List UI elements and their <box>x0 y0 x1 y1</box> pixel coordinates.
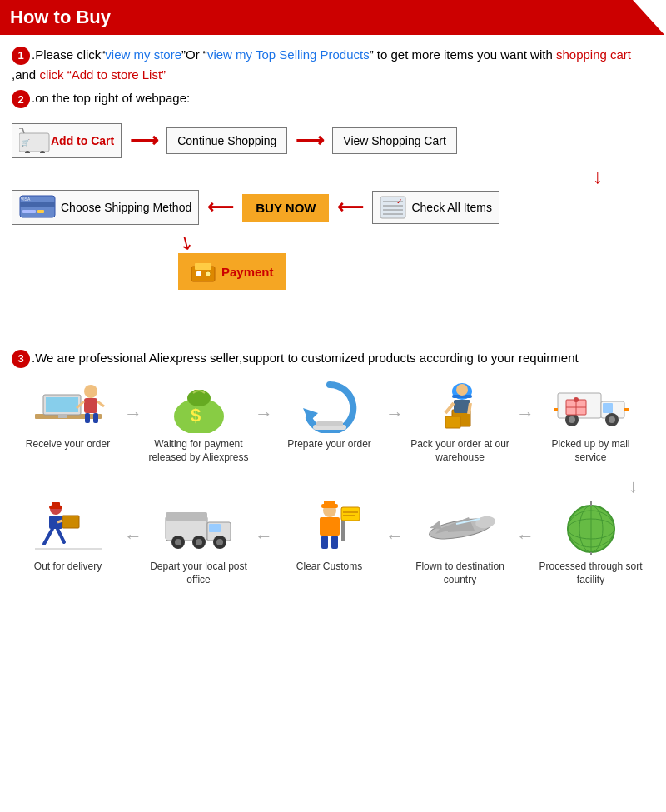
step2-paragraph: 2.on the top right of webpage: <box>12 90 654 108</box>
add-to-cart-box[interactable]: 🛒 Add to Cart <box>12 123 122 158</box>
svg-line-65 <box>57 529 64 542</box>
buy-now-button[interactable]: BUY NOW <box>242 194 329 222</box>
globe-icon <box>558 499 624 555</box>
svg-line-66 <box>57 521 62 522</box>
delivery-step-6: Out for delivery <box>12 499 124 574</box>
continue-shopping-label: Continue Shopping <box>177 134 276 147</box>
credit-card-icon: VISA <box>19 195 56 220</box>
delivery-truck-icon <box>554 376 629 433</box>
svg-line-1 <box>22 128 24 133</box>
check-all-items-box[interactable]: ✓ Check All Items <box>372 191 499 224</box>
delivery-bottom-row: Out for delivery ← <box>12 499 654 586</box>
svg-text:✓: ✓ <box>396 197 403 206</box>
delivery-top-row: Receive your order → $ Waiting for payme… <box>12 376 654 464</box>
svg-line-44 <box>469 403 470 414</box>
page-header: How to Buy <box>0 0 666 35</box>
cart-icon: 🛒 <box>19 128 51 153</box>
svg-rect-8 <box>22 210 36 213</box>
svg-point-50 <box>569 416 575 423</box>
continue-shopping-box[interactable]: Continue Shopping <box>166 127 287 154</box>
money-bag-icon: $ <box>162 376 236 433</box>
diagonal-arrow-icon: ↘ <box>175 231 197 254</box>
delivery-label-2: Waiting for payment released by Aliexpre… <box>142 438 255 464</box>
diagram-row1: 🛒 Add to Cart ⟶ Continue Shopping ⟶ View… <box>12 120 654 162</box>
delivery-step-3: Prepare your order <box>273 376 385 451</box>
check-all-label: Check All Items <box>411 201 491 214</box>
delivery-label-7: Depart your local post office <box>142 560 255 586</box>
delivery-arrow-4: → <box>516 403 534 425</box>
top-selling-link[interactable]: view my Top Selling Products <box>207 47 370 62</box>
delivery-arrow-8: ← <box>516 526 534 547</box>
svg-marker-92 <box>430 521 441 529</box>
svg-rect-7 <box>20 202 55 207</box>
delivery-arrow-1: → <box>124 403 142 425</box>
delivery-arrow-2: → <box>255 403 273 425</box>
flow-diagram: 🛒 Add to Cart ⟶ Continue Shopping ⟶ View… <box>12 120 654 336</box>
svg-rect-37 <box>316 421 343 426</box>
step1-paragraph: 1.Please click“view my store”Or “view my… <box>12 45 654 85</box>
worker-icon <box>427 376 494 433</box>
delivery-label-9: Flown to destination country <box>404 560 516 586</box>
view-shopping-cart-label: View Shopping Cart <box>343 134 445 147</box>
svg-rect-29 <box>85 413 90 423</box>
delivery-label-6: Out for delivery <box>34 560 102 574</box>
step3-paragraph: 3.We are professional Aliexpress seller,… <box>12 348 654 368</box>
arrow-right-1: ⟶ <box>130 129 158 152</box>
choose-shipping-label: Choose Shipping Method <box>61 201 191 214</box>
delivery-step-10: Processed through sort facility <box>534 499 647 586</box>
page-title: How to Buy <box>10 7 111 28</box>
down-arrow-container: ↓ <box>12 167 654 187</box>
delivery-down-arrow: ↓ <box>12 476 654 497</box>
svg-text:🛒: 🛒 <box>22 138 30 147</box>
svg-rect-70 <box>166 512 207 521</box>
svg-rect-26 <box>84 398 97 413</box>
diagram-row3: Payment <box>12 253 654 290</box>
delivery-process: Receive your order → $ Waiting for payme… <box>12 376 654 586</box>
svg-rect-80 <box>324 501 335 506</box>
svg-rect-86 <box>321 536 328 549</box>
delivery-label-3: Prepare your order <box>287 438 371 451</box>
view-shopping-cart-box[interactable]: View Shopping Cart <box>332 127 456 154</box>
delivery-label-1: Receive your order <box>26 438 110 451</box>
delivery-label-4: Pack your order at our warehouse <box>404 438 516 464</box>
diagram-row2: VISA Choose Shipping Method ⟵ BUY NOW ⟵ <box>12 187 654 228</box>
svg-point-77 <box>216 539 223 545</box>
svg-rect-18 <box>195 263 211 270</box>
svg-line-28 <box>97 401 104 406</box>
delivery-step-4: Pack your order at our warehouse <box>404 376 516 464</box>
main-content: 1.Please click“view my store”Or “view my… <box>0 35 666 608</box>
choose-shipping-box[interactable]: VISA Choose Shipping Method <box>12 190 199 225</box>
svg-marker-35 <box>303 408 318 422</box>
add-to-cart-label: Add to Cart <box>51 134 114 147</box>
delivery-arrow-5: ← <box>124 526 142 547</box>
step3-marker: 3 <box>12 350 30 368</box>
payment-icon <box>190 260 216 283</box>
delivery-label-5: Picked up by mail service <box>534 438 647 464</box>
svg-rect-30 <box>93 413 98 423</box>
svg-rect-87 <box>331 536 338 549</box>
delivery-arrow-6: ← <box>255 526 273 547</box>
payment-box[interactable]: Payment <box>178 253 286 290</box>
arrow-right-2: ⟶ <box>296 129 324 152</box>
svg-rect-63 <box>62 516 79 528</box>
svg-point-52 <box>609 416 615 423</box>
delivery-arrow-3: → <box>385 403 404 425</box>
svg-rect-23 <box>46 397 78 412</box>
person-computer-icon <box>31 376 106 433</box>
checklist-icon: ✓ <box>380 196 406 219</box>
svg-rect-39 <box>445 416 460 428</box>
svg-rect-24 <box>58 415 67 418</box>
buy-now-label: BUY NOW <box>256 201 316 215</box>
svg-rect-19 <box>196 271 201 276</box>
svg-point-73 <box>175 539 181 545</box>
view-store-link[interactable]: view my store <box>105 47 181 62</box>
diag-arrow-container: ↘ <box>12 233 654 252</box>
step1-marker: 1 <box>12 47 30 65</box>
add-to-store-text: click “Add to store List” <box>39 67 166 82</box>
blue-refresh-icon <box>296 376 363 433</box>
delivery-step-7: Depart your local post office <box>142 499 255 586</box>
delivery-label-8: Clear Customs <box>296 560 362 574</box>
customs-icon <box>296 499 363 555</box>
delivery-step-5: Picked up by mail service <box>534 376 647 464</box>
svg-line-64 <box>44 529 52 544</box>
